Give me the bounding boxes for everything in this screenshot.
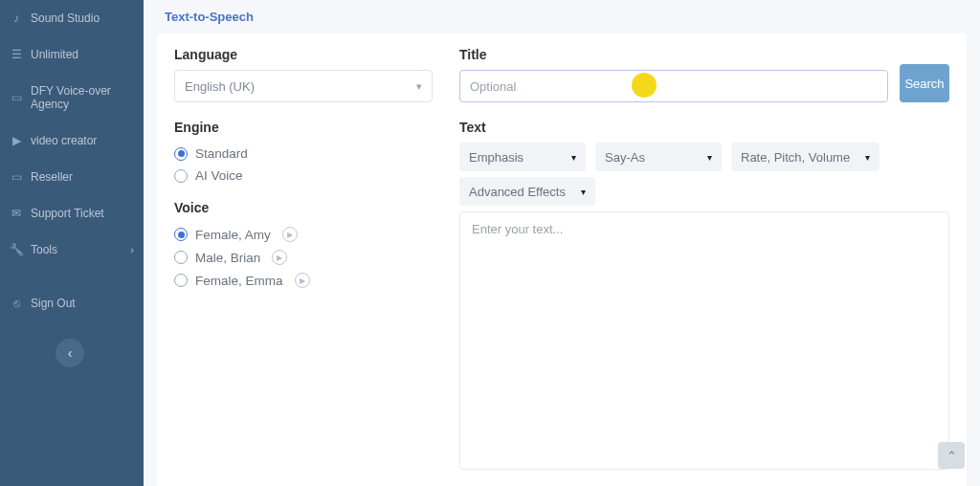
chevron-up-icon: ⌃ bbox=[947, 449, 957, 463]
chevron-down-icon: ▾ bbox=[416, 80, 422, 93]
list-icon: ☰ bbox=[10, 48, 23, 61]
radio-label: AI Voice bbox=[195, 168, 243, 183]
sidebar-collapse-button[interactable]: ‹ bbox=[56, 339, 84, 367]
radio-icon bbox=[174, 274, 188, 287]
dropdown-rate-pitch-volume[interactable]: Rate, Pitch, Volume ▾ bbox=[731, 143, 880, 171]
radio-label: Female, Amy bbox=[195, 228, 271, 242]
text-input-area[interactable] bbox=[459, 211, 949, 470]
dropdown-sayas[interactable]: Say-As ▾ bbox=[595, 143, 722, 171]
sidebar-item-label: Reseller bbox=[31, 170, 73, 184]
chevron-down-icon: ▾ bbox=[707, 152, 712, 163]
sidebar-item-sign-out[interactable]: ⎋ Sign Out bbox=[0, 285, 144, 321]
music-icon: ♪ bbox=[10, 11, 23, 25]
dropdown-emphasis[interactable]: Emphasis ▾ bbox=[459, 143, 586, 171]
radio-icon bbox=[174, 147, 188, 161]
sidebar-item-label: video creator bbox=[31, 134, 97, 147]
sidebar-item-support-ticket[interactable]: ✉ Support Ticket bbox=[0, 195, 144, 232]
sidebar-item-label: Tools bbox=[31, 243, 57, 256]
dropdown-label: Advanced Effects bbox=[469, 185, 566, 199]
dropdown-label: Rate, Pitch, Volume bbox=[741, 150, 850, 165]
sidebar-item-label: Support Ticket bbox=[31, 207, 104, 220]
chevron-down-icon: ▾ bbox=[865, 152, 870, 163]
sidebar-item-label: DFY Voice-over Agency bbox=[31, 84, 134, 111]
sidebar-item-video-creator[interactable]: ▶ video creator bbox=[0, 122, 144, 159]
text-label: Text bbox=[459, 120, 949, 135]
search-button[interactable]: Search bbox=[900, 64, 949, 102]
briefcase-icon: ▭ bbox=[10, 91, 23, 104]
wrench-icon: 🔧 bbox=[10, 243, 23, 256]
sidebar-item-dfy-agency[interactable]: ▭ DFY Voice-over Agency bbox=[0, 73, 144, 122]
sidebar-item-label: Sign Out bbox=[31, 297, 76, 310]
chevron-right-icon: › bbox=[130, 244, 134, 255]
scroll-to-top-button[interactable]: ⌃ bbox=[938, 442, 965, 469]
radio-icon bbox=[174, 169, 188, 183]
chevron-down-icon: ▾ bbox=[571, 152, 576, 163]
sidebar-item-reseller[interactable]: ▭ Reseller bbox=[0, 159, 144, 195]
play-preview-icon[interactable]: ▶ bbox=[272, 250, 287, 265]
voice-option-amy[interactable]: Female, Amy ▶ bbox=[174, 223, 433, 246]
ticket-icon: ✉ bbox=[10, 207, 23, 220]
language-label: Language bbox=[174, 47, 433, 62]
engine-label: Engine bbox=[174, 120, 433, 135]
voice-label: Voice bbox=[174, 200, 433, 215]
play-preview-icon[interactable]: ▶ bbox=[282, 227, 298, 242]
chevron-left-icon: ‹ bbox=[68, 345, 73, 361]
radio-label: Female, Emma bbox=[195, 274, 283, 288]
main: Text-to-Speech Language English (UK) ▾ E… bbox=[144, 0, 980, 486]
sidebar-item-unlimited[interactable]: ☰ Unlimited bbox=[0, 36, 144, 73]
voice-option-brian[interactable]: Male, Brian ▶ bbox=[174, 246, 433, 269]
chevron-down-icon: ▾ bbox=[581, 187, 586, 197]
radio-label: Male, Brian bbox=[195, 251, 260, 265]
sidebar: ♪ Sound Studio ☰ Unlimited ▭ DFY Voice-o… bbox=[0, 0, 144, 486]
signout-icon: ⎋ bbox=[10, 297, 23, 310]
title-input[interactable] bbox=[459, 70, 888, 102]
tts-card: Language English (UK) ▾ Engine Standard bbox=[157, 33, 967, 486]
radio-label: Standard bbox=[195, 146, 248, 161]
language-value: English (UK) bbox=[185, 79, 255, 94]
sidebar-item-tools[interactable]: 🔧 Tools › bbox=[0, 232, 144, 268]
breadcrumb: Text-to-Speech bbox=[144, 0, 980, 28]
language-select[interactable]: English (UK) ▾ bbox=[174, 70, 433, 102]
engine-radio-group: Standard AI Voice bbox=[174, 143, 433, 187]
tag-icon: ▭ bbox=[10, 170, 23, 184]
settings-column: Language English (UK) ▾ Engine Standard bbox=[174, 47, 433, 292]
title-label: Title bbox=[459, 47, 888, 62]
voice-option-emma[interactable]: Female, Emma ▶ bbox=[174, 269, 433, 292]
dropdown-advanced-effects[interactable]: Advanced Effects ▾ bbox=[459, 177, 595, 206]
play-preview-icon[interactable]: ▶ bbox=[295, 273, 310, 288]
dropdown-label: Say-As bbox=[605, 150, 645, 165]
sidebar-item-sound-studio[interactable]: ♪ Sound Studio bbox=[0, 0, 144, 36]
dropdown-label: Emphasis bbox=[469, 150, 523, 165]
engine-option-standard[interactable]: Standard bbox=[174, 143, 433, 165]
sidebar-item-label: Unlimited bbox=[31, 48, 78, 61]
voice-radio-group: Female, Amy ▶ Male, Brian ▶ Female, Emma… bbox=[174, 223, 433, 292]
video-icon: ▶ bbox=[10, 134, 23, 147]
radio-icon bbox=[174, 251, 188, 264]
radio-icon bbox=[174, 228, 188, 241]
engine-option-ai-voice[interactable]: AI Voice bbox=[174, 165, 433, 187]
content-column: Title Search Text Emphasis ▾ bbox=[459, 47, 949, 473]
sidebar-item-label: Sound Studio bbox=[31, 11, 100, 25]
